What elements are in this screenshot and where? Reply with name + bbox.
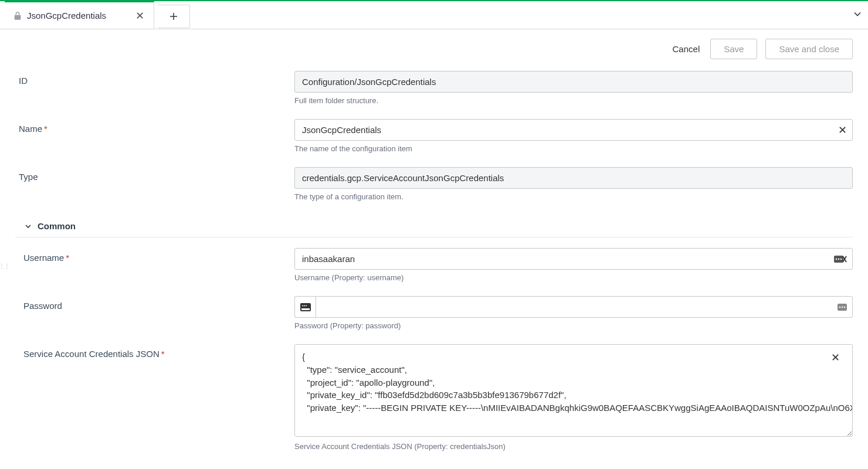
cancel-button[interactable]: Cancel [670, 39, 703, 59]
svg-point-11 [842, 306, 843, 307]
svg-point-1 [836, 258, 837, 259]
username-help: Username (Property: username) [294, 273, 853, 282]
type-field [294, 167, 853, 189]
tab-bar: JsonGcpCredentials ✕ [0, 1, 868, 29]
name-field[interactable] [294, 119, 853, 141]
tab-jsongcpcredentials[interactable]: JsonGcpCredentials ✕ [5, 1, 154, 29]
name-help: The name of the configuration item [294, 144, 853, 153]
type-help: The type of a configuration item. [294, 192, 853, 201]
tabs-more-icon[interactable] [852, 8, 863, 20]
actions-row: Cancel Save Save and close [0, 29, 868, 59]
save-button[interactable]: Save [710, 39, 757, 59]
id-field [294, 71, 853, 93]
lock-icon [13, 11, 22, 21]
svg-point-6 [302, 305, 303, 306]
username-saved-icon[interactable] [834, 254, 847, 264]
password-label: Password [20, 296, 294, 330]
tab-close-icon[interactable]: ✕ [134, 8, 145, 23]
tab-add[interactable] [158, 5, 190, 28]
password-reveal-icon[interactable] [294, 296, 316, 318]
tab-title: JsonGcpCredentials [27, 11, 106, 21]
plus-icon [168, 11, 179, 22]
type-label: Type [15, 167, 294, 201]
username-label: Username* [20, 248, 294, 282]
json-label: Service Account Credentials JSON* [20, 344, 294, 451]
svg-point-3 [840, 258, 842, 259]
json-field[interactable] [294, 344, 853, 437]
save-and-close-button[interactable]: Save and close [765, 39, 853, 59]
chevron-down-icon [23, 222, 33, 231]
svg-point-2 [838, 258, 839, 259]
section-common[interactable]: Common [15, 215, 853, 237]
password-field[interactable] [316, 296, 853, 318]
password-more-icon[interactable] [838, 303, 847, 312]
username-field[interactable] [294, 248, 853, 270]
name-label: Name* [15, 119, 294, 153]
svg-rect-5 [301, 308, 310, 310]
name-clear-icon[interactable]: ✕ [838, 124, 847, 137]
json-clear-icon[interactable]: ✕ [831, 351, 840, 364]
drag-handle-icon[interactable]: ⋮⋮ [0, 263, 9, 269]
password-help: Password (Property: password) [294, 321, 853, 330]
svg-point-10 [839, 306, 840, 307]
svg-point-7 [304, 305, 305, 306]
svg-point-12 [844, 306, 845, 307]
id-help: Full item folder structure. [294, 96, 853, 105]
id-label: ID [15, 71, 294, 105]
svg-point-8 [306, 305, 307, 306]
json-help: Service Account Credentials JSON (Proper… [294, 442, 853, 451]
